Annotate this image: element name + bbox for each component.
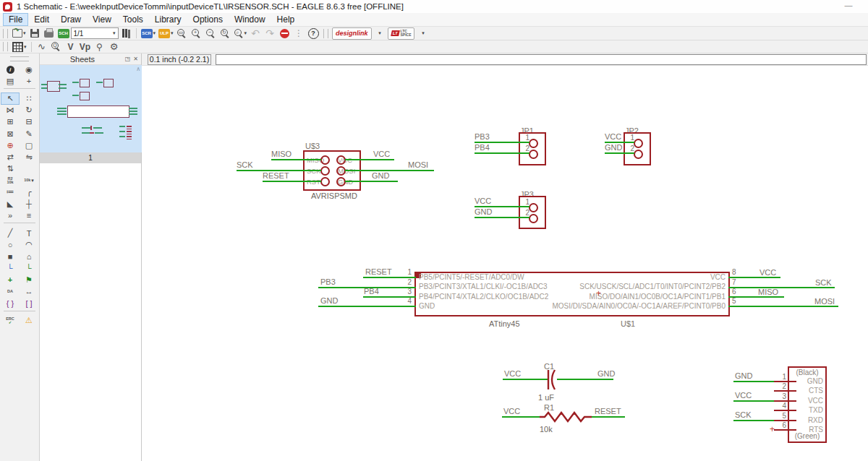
display-layers-tool[interactable]: ▤ [1,75,20,87]
part-name-u3[interactable]: U$3 [305,142,320,150]
mark-tool[interactable]: + [20,75,38,87]
resistor-symbol-r1[interactable] [540,411,592,423]
net-label-sck-u1[interactable]: SCK [815,278,832,287]
menu-item-edit[interactable]: Edit [28,13,55,26]
move-tool[interactable]: ∷ [20,92,38,104]
net-label-miso-u1[interactable]: MISO [758,288,778,296]
net-wire-mosi[interactable] [345,170,434,171]
rotate-tool[interactable]: ↻ [20,105,38,116]
net-label-sck[interactable]: SCK [237,160,253,169]
net-wire-pb4[interactable] [475,152,529,154]
net-label-sck-ftdi[interactable]: SCK [735,410,752,419]
net-label-reset-r1[interactable]: RESET [595,407,621,415]
menu-item-help[interactable]: Help [271,13,301,26]
net-wire-vcc-c1[interactable] [503,379,548,380]
net-label-gnd-c1[interactable]: GND [597,369,615,378]
run-script-icon[interactable]: SCR▾ [141,27,156,39]
sheet-item-1[interactable]: 1 [40,152,141,163]
command-line-input[interactable] [216,54,867,65]
help-icon[interactable]: ? [307,27,319,39]
net-wire-gnd-jp2[interactable] [605,152,634,154]
junction-tool[interactable]: + [1,274,20,285]
dimension-tool[interactable]: ↔ [20,285,38,297]
net-wire-mosi-u1[interactable] [728,306,838,307]
split-tool[interactable]: ◣ [1,198,20,210]
net-label-reset-u1[interactable]: RESET [365,267,392,276]
grid-icon[interactable]: ▾ [12,41,27,53]
zoom-select-icon[interactable]: ⌕▾ [234,27,247,39]
voltage-probe-icon[interactable]: V [65,41,77,53]
optimize-tool[interactable]: ┼ [20,198,38,210]
redo-icon[interactable]: ↷ [264,27,276,39]
smash-tool[interactable]: 10k▾ [20,175,38,186]
toolbar-grip-2[interactable] [323,29,328,38]
name-tool[interactable]: ≔ [1,186,20,198]
net-wire-sck-ftdi[interactable] [733,420,774,421]
part-value-c1[interactable]: 1 uF [538,393,554,402]
net-label-mosi-u1[interactable]: MOSI [814,297,835,306]
part-value-r1[interactable]: 10k [540,425,553,434]
net-wire-gnd-ftdi[interactable] [733,381,774,382]
wire-tool[interactable]: ╱ [1,227,20,238]
add-part-tool[interactable]: ⊕ [1,139,20,151]
polygon-tool[interactable]: ⌂ [20,251,38,262]
net-label-miso[interactable]: MISO [271,150,292,158]
invoke-tool[interactable]: » [1,210,20,221]
print-icon[interactable] [43,27,55,39]
net-label-vcc-ftdi[interactable]: VCC [735,391,752,400]
delete-tool[interactable]: ⊠ [1,128,20,139]
net-label-pb4[interactable]: PB4 [475,143,490,152]
ltspice-dropdown-icon[interactable]: ▾ [417,27,428,39]
net-wire-vcc-ftdi[interactable] [733,400,774,402]
undo-icon[interactable]: ↶ [250,27,261,39]
sheet-page-selector[interactable]: 1/1▾ [71,27,119,39]
erc-tool[interactable]: ERC✓ [1,315,20,327]
net-label-gnd-u1[interactable]: GND [320,296,338,305]
stop-icon[interactable] [278,27,290,39]
probe-zoom-icon[interactable]: Q [51,41,62,53]
net-label-gnd-ftdi[interactable]: GND [735,371,752,380]
arc-tool[interactable]: ◠ [20,239,38,251]
net-wire-gnd-u1[interactable] [318,306,416,307]
bus-tool[interactable]: └ [1,262,20,274]
net-label-gnd-jp2[interactable]: GND [605,143,622,152]
toolbar-grip-3[interactable] [3,42,8,51]
net-label-vcc-r1[interactable]: VCC [503,407,520,415]
simulate-wave-icon[interactable]: ∿ [36,41,48,53]
open-file-icon[interactable]: ▾ [12,27,26,39]
settings-gear-icon[interactable]: ⚙ [109,41,120,53]
net-label-mosi[interactable]: MOSI [408,160,428,169]
attribute-tool[interactable]: DA [1,285,20,297]
net-wire-vcc-r1[interactable] [502,416,540,418]
net-wire-miso[interactable] [271,159,321,160]
menu-item-tools[interactable]: Tools [117,13,149,26]
show-eye-tool[interactable]: ◉ [20,64,38,75]
part-name-u1[interactable]: U$1 [621,319,635,328]
text-tool[interactable]: T [20,227,38,238]
thumb-scroll-up-icon[interactable]: ∧ [136,66,140,72]
designlink-button[interactable]: designlink [332,27,372,40]
pinswap-tool[interactable]: ⇄ [1,151,20,163]
menu-item-view[interactable]: View [87,13,117,26]
module-tool[interactable]: { } [1,298,20,309]
label-tool[interactable]: ⚑ [20,274,38,285]
float-panel-icon[interactable]: ◳ [125,56,131,62]
capacitor-symbol-c1[interactable] [545,369,559,390]
minimize-icon[interactable]: — [843,3,854,9]
net-label-vcc-jp2[interactable]: VCC [605,132,621,141]
replace-tool[interactable]: ⇋ [20,151,38,163]
net-label-vcc-c1[interactable]: VCC [504,369,521,378]
copy-tool[interactable]: ⊞ [1,116,20,128]
gateswap-tool[interactable]: ⇅ [1,163,20,175]
palette-handle[interactable] [10,56,29,61]
menu-item-library[interactable]: Library [149,13,187,26]
menu-item-draw[interactable]: Draw [55,13,87,26]
run-ulp-icon[interactable]: ULP▾ [158,27,174,39]
current-probe-icon[interactable]: ⚲ [94,41,106,53]
traffic-dots-icon[interactable]: ⋮ [293,27,305,39]
net-label-pb4-u1[interactable]: PB4 [364,287,379,296]
menu-item-options[interactable]: Options [187,13,229,26]
net-label-gnd[interactable]: GND [372,171,389,180]
net-tool[interactable]: └ [20,262,38,274]
net-label-vcc-jp3[interactable]: VCC [475,197,491,205]
